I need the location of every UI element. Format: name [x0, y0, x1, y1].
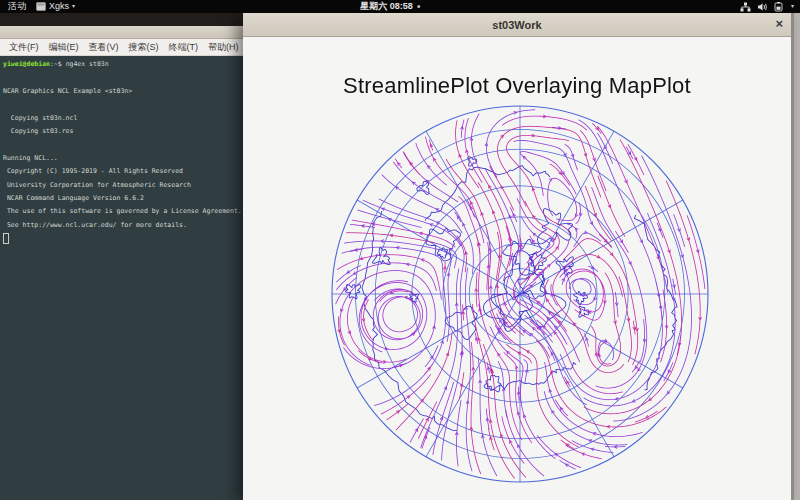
terminal-output-line: Copying st03.res — [3, 125, 244, 138]
terminal-cursor-line — [3, 232, 244, 245]
menu-item-file[interactable]: 文件(F) — [4, 41, 44, 54]
volume-icon — [757, 2, 768, 12]
close-icon[interactable]: × — [775, 16, 783, 32]
plot-content: StreamlinePlot Overlaying MapPlot — [243, 37, 791, 500]
terminal-output-line: Copyright (C) 1995-2019 - All Rights Res… — [3, 165, 244, 178]
prompt-user-host: yiwei@debian — [3, 60, 50, 68]
terminal-output-line: The use of this software is governed by … — [3, 205, 244, 218]
terminal-output-line: Running NCL... — [3, 152, 244, 165]
terminal-output-line: NCAR Command Language Version 6.6.2 — [3, 192, 244, 205]
terminal-prompt-line: yiwei@debian:~$ ng4ex st03n — [3, 58, 244, 71]
network-icon — [740, 2, 751, 12]
terminal-output-line: NCAR Graphics NCL Example <st03n> — [3, 85, 244, 98]
menu-item-view[interactable]: 查看(V) — [84, 41, 124, 54]
terminal-output-line — [3, 71, 244, 84]
plot-window-title: st03Work — [492, 19, 541, 31]
plot-window-titlebar[interactable]: st03Work × — [243, 13, 791, 37]
app-window-icon — [36, 2, 46, 11]
plot-window: st03Work × StreamlinePlot Overlaying Map… — [243, 13, 794, 500]
desktop-screen: 活动 Xgks ▾ 星期六 08:58 — [0, 0, 800, 500]
app-menu-button[interactable]: Xgks ▾ — [36, 0, 75, 13]
activities-button[interactable]: 活动 — [8, 0, 26, 13]
terminal-cursor — [3, 233, 9, 244]
streamline-map-canvas — [243, 37, 791, 500]
chevron-down-icon: ▾ — [72, 0, 75, 13]
terminal-titlebar[interactable] — [0, 26, 244, 39]
prompt-separator: :~$ — [50, 60, 66, 68]
chevron-down-icon: ▾ — [791, 0, 794, 13]
terminal-output[interactable]: yiwei@debian:~$ ng4ex st03nNCAR Graphics… — [0, 56, 244, 500]
terminal-output-line — [3, 98, 244, 111]
battery-icon — [774, 2, 785, 12]
menu-item-search[interactable]: 搜索(S) — [124, 41, 164, 54]
terminal-output-line — [3, 138, 244, 151]
terminal-output-line: University Corporation for Atmospheric R… — [3, 179, 244, 192]
menu-item-edit[interactable]: 编辑(E) — [44, 41, 84, 54]
top-bar: 活动 Xgks ▾ 星期六 08:58 — [0, 0, 800, 13]
background-window-sliver — [794, 13, 800, 500]
chart-title: StreamlinePlot Overlaying MapPlot — [243, 73, 791, 99]
system-tray[interactable]: ▾ — [740, 0, 794, 13]
clock-button[interactable]: 星期六 08:58 — [360, 0, 420, 13]
app-menu-label: Xgks — [49, 0, 69, 13]
terminal-output-line: Copying st03n.ncl — [3, 112, 244, 125]
clock-label: 星期六 08:58 — [360, 0, 413, 13]
notification-dot-icon — [417, 5, 420, 8]
menu-item-help[interactable]: 帮助(H) — [203, 41, 244, 54]
menu-item-terminal[interactable]: 终端(T) — [164, 41, 204, 54]
terminal-menubar: 文件(F)编辑(E)查看(V)搜索(S)终端(T)帮助(H) — [0, 39, 244, 56]
terminal-window: 文件(F)编辑(E)查看(V)搜索(S)终端(T)帮助(H) yiwei@deb… — [0, 26, 244, 500]
terminal-output-line: See http://www.ncl.ucar.edu/ for more de… — [3, 219, 244, 232]
prompt-command: ng4ex st03n — [66, 60, 109, 68]
